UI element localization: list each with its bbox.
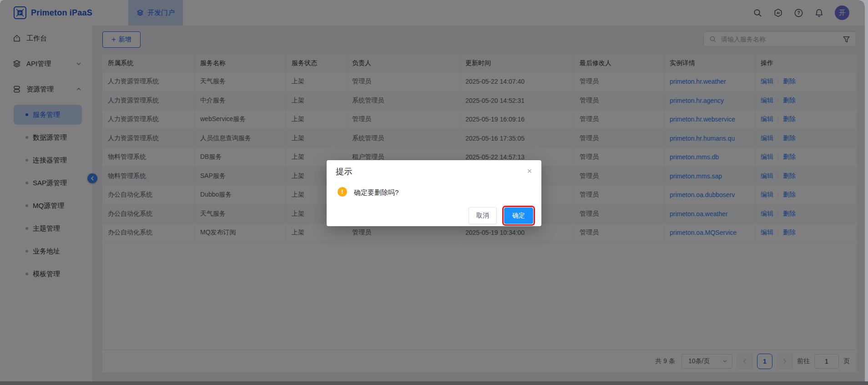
cancel-button[interactable]: 取消 — [469, 207, 497, 224]
warning-icon: ! — [338, 187, 347, 197]
window-bottom-edge — [0, 381, 868, 385]
app-window: P Primeton iPaaS 开发门户 AI ? — [0, 0, 865, 381]
dialog-message: 确定要删除吗? — [354, 188, 399, 197]
confirm-delete-dialog: 提示 × ! 确定要删除吗? 取消 确定 — [327, 160, 541, 226]
confirm-button[interactable]: 确定 — [504, 208, 533, 224]
annotation-highlight-box: 确定 — [502, 206, 535, 226]
dialog-footer: 取消 确定 — [469, 206, 535, 226]
close-icon[interactable]: × — [525, 167, 534, 176]
dialog-title: 提示 — [336, 166, 352, 177]
